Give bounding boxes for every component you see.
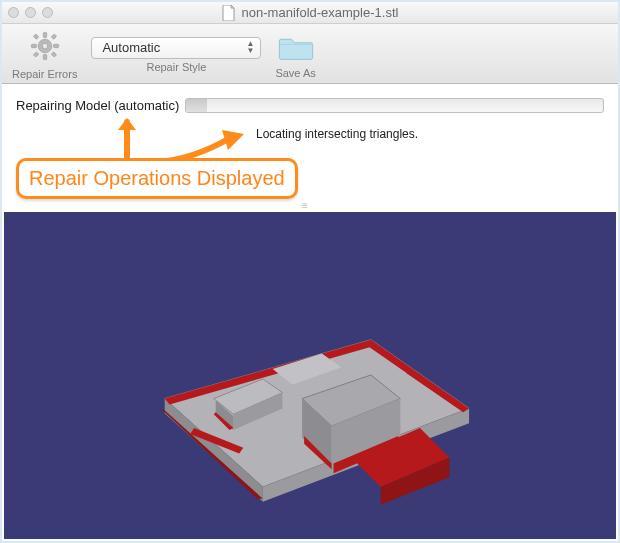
repair-heading: Repairing Model (automatic) xyxy=(16,98,179,113)
repair-style-select[interactable]: Automatic ▲▼ xyxy=(91,37,261,59)
model-render xyxy=(4,212,616,539)
window-title-text: non-manifold-example-1.stl xyxy=(242,5,399,20)
svg-rect-2 xyxy=(43,55,46,60)
svg-rect-8 xyxy=(33,52,38,57)
annotation-arrow-up xyxy=(112,116,142,163)
document-icon xyxy=(222,5,236,21)
panel-resize-grip[interactable]: ≡ xyxy=(302,200,310,211)
window-controls[interactable] xyxy=(8,7,53,18)
svg-rect-7 xyxy=(51,34,56,39)
gear-icon xyxy=(28,29,62,66)
close-window-button[interactable] xyxy=(8,7,19,18)
repair-progress-fill xyxy=(186,99,207,112)
chevron-updown-icon: ▲▼ xyxy=(246,41,254,54)
repair-panel: Repairing Model (automatic) Locating int… xyxy=(2,84,618,151)
svg-rect-6 xyxy=(51,52,56,57)
annotation-callout: Repair Operations Displayed xyxy=(16,158,298,199)
window-titlebar: non-manifold-example-1.stl xyxy=(2,2,618,24)
svg-rect-3 xyxy=(31,44,36,47)
repair-errors-label: Repair Errors xyxy=(12,68,77,80)
save-as-label: Save As xyxy=(275,67,315,79)
zoom-window-button[interactable] xyxy=(42,7,53,18)
window-title: non-manifold-example-1.stl xyxy=(2,5,618,21)
repair-style-label: Repair Style xyxy=(146,61,206,73)
repair-status-text: Locating intersecting triangles. xyxy=(256,127,604,141)
annotation-text: Repair Operations Displayed xyxy=(16,158,298,199)
repair-style-value: Automatic xyxy=(102,40,160,55)
minimize-window-button[interactable] xyxy=(25,7,36,18)
repair-style-group: Automatic ▲▼ Repair Style xyxy=(91,37,261,73)
repair-progress-bar xyxy=(185,98,604,113)
save-as-button[interactable]: Save As xyxy=(275,30,315,79)
svg-rect-1 xyxy=(43,32,46,37)
svg-rect-4 xyxy=(53,44,58,47)
svg-rect-5 xyxy=(33,34,38,39)
toolbar: Repair Errors Automatic ▲▼ Repair Style … xyxy=(2,24,618,84)
repair-errors-button[interactable]: Repair Errors xyxy=(12,29,77,80)
model-viewport[interactable] xyxy=(4,212,616,539)
folder-icon xyxy=(278,30,314,65)
svg-point-9 xyxy=(42,43,47,48)
